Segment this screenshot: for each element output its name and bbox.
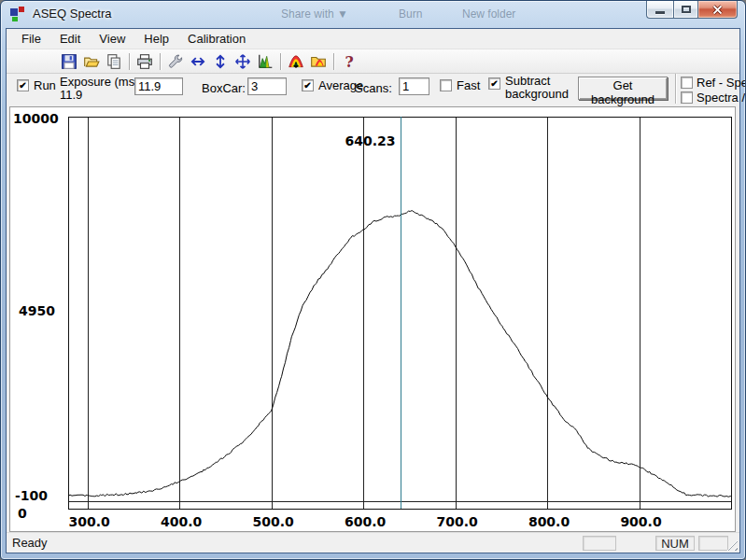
menu-help[interactable]: Help xyxy=(134,29,178,49)
menu-bar: File Edit View Help Calibration xyxy=(7,29,739,49)
exposure-label: Exposure (ms):11.9 xyxy=(60,76,142,102)
maximize-button[interactable] xyxy=(673,0,698,19)
scans-input[interactable] xyxy=(399,77,429,95)
fit-vertical-icon[interactable] xyxy=(209,51,232,72)
x-tick-label: 700.0 xyxy=(436,514,478,529)
minimize-icon xyxy=(655,11,665,14)
toolbar-separator xyxy=(280,53,281,70)
save-icon[interactable] xyxy=(58,51,80,72)
open-icon[interactable] xyxy=(80,51,103,72)
y-tick-label: -100 xyxy=(15,488,48,503)
acquisition-controls: ✔ Run Exposure (ms):11.9 BoxCar: ✔ Avera… xyxy=(7,74,739,105)
copy-icon[interactable] xyxy=(103,51,125,72)
print-icon[interactable] xyxy=(134,51,156,72)
x-tick-label: 500.0 xyxy=(252,514,294,529)
boxcar-label: BoxCar: xyxy=(202,81,246,95)
svg-text:?: ? xyxy=(345,53,353,70)
client-area: File Edit View Help Calibration ? ✔ Run … xyxy=(6,28,740,553)
close-icon xyxy=(712,5,723,15)
x-tick-label: 600.0 xyxy=(345,514,387,529)
y-tick-label: 10000 xyxy=(13,111,59,126)
spectrum-chart-panel[interactable]: 640.23300.0400.0500.0600.0700.0800.0900.… xyxy=(9,106,736,532)
status-pane-empty xyxy=(698,536,728,551)
y-tick-label: 0 xyxy=(18,506,27,521)
run-label: Run xyxy=(34,78,56,92)
subtract-background-checkbox[interactable]: ✔ xyxy=(488,77,500,90)
status-bar: Ready NUM xyxy=(7,532,739,553)
fit-horizontal-icon[interactable] xyxy=(187,51,209,72)
spectra-over-ref-label: Spectra / Ref xyxy=(697,91,746,105)
spectrum-curve xyxy=(68,211,731,497)
get-background-button[interactable]: Get background xyxy=(578,77,668,100)
help-icon[interactable]: ? xyxy=(338,51,360,72)
save-spectrum-icon[interactable] xyxy=(285,51,307,72)
title-bar[interactable]: ASEQ Spectra Share with ▼ Burn New folde… xyxy=(1,1,745,28)
background-window-text: Burn xyxy=(399,7,422,21)
pan-move-icon[interactable] xyxy=(232,51,254,72)
toolbar-separator xyxy=(129,53,130,70)
status-message: Ready xyxy=(12,536,48,550)
toolbar-separator xyxy=(160,53,161,70)
average-checkbox[interactable]: ✔ xyxy=(302,79,314,91)
boxcar-input[interactable] xyxy=(247,77,287,95)
cursor-label: 640.23 xyxy=(345,133,395,148)
exposure-input[interactable] xyxy=(134,77,183,95)
fast-checkbox[interactable] xyxy=(440,79,452,91)
menu-file[interactable]: File xyxy=(12,29,50,49)
x-tick-label: 900.0 xyxy=(620,514,662,529)
app-window: ASEQ Spectra Share with ▼ Burn New folde… xyxy=(0,0,746,560)
background-window-text: New folder xyxy=(462,7,515,21)
x-tick-label: 300.0 xyxy=(69,514,111,529)
ref-minus-spectra-checkbox[interactable] xyxy=(681,77,693,89)
plot-border xyxy=(69,118,732,510)
menu-edit[interactable]: Edit xyxy=(50,29,90,49)
maximize-icon xyxy=(682,6,691,13)
spectra-over-ref-checkbox[interactable] xyxy=(681,91,693,104)
status-pane-empty xyxy=(583,536,616,551)
minimize-button[interactable] xyxy=(646,0,673,19)
exposure-readout: 11.9 xyxy=(60,88,82,102)
autoscale-spectrum-icon[interactable] xyxy=(254,51,276,72)
y-tick-label: 4950 xyxy=(19,303,55,318)
controls-divider xyxy=(675,74,676,104)
settings-wrench-icon[interactable] xyxy=(164,51,187,72)
x-tick-label: 400.0 xyxy=(161,514,203,529)
scans-label: Scans: xyxy=(355,81,392,95)
menu-calibration[interactable]: Calibration xyxy=(178,29,255,49)
subtract-background-label: Subtractbackground xyxy=(505,75,569,101)
menu-view[interactable]: View xyxy=(90,29,134,49)
ref-minus-spectra-label: Ref - Spectra xyxy=(697,76,746,90)
background-window-text: Share with ▼ xyxy=(281,7,348,21)
app-icon xyxy=(10,7,25,21)
status-pane-num: NUM xyxy=(655,536,695,551)
x-tick-label: 800.0 xyxy=(528,514,570,529)
caption-buttons xyxy=(646,0,738,19)
toolbar: ? xyxy=(7,49,739,74)
fast-label: Fast xyxy=(457,78,480,92)
window-title: ASEQ Spectra xyxy=(33,1,112,27)
load-spectrum-icon[interactable] xyxy=(307,51,330,72)
close-button[interactable] xyxy=(698,0,738,19)
toolbar-separator xyxy=(333,53,334,70)
run-checkbox[interactable]: ✔ xyxy=(17,79,29,91)
spectrum-chart: 640.23300.0400.0500.0600.0700.0800.0900.… xyxy=(10,107,739,531)
